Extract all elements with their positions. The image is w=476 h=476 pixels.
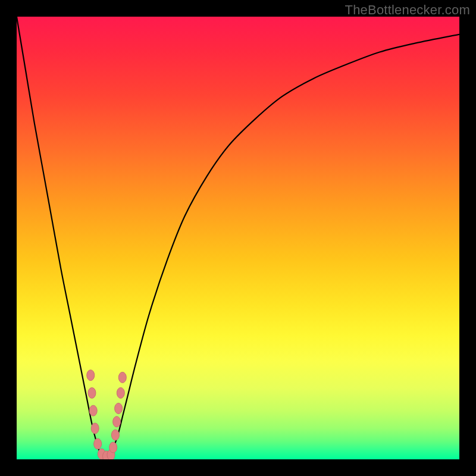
plot-area — [17, 17, 459, 459]
watermark-text: TheBottlenecker.com — [345, 2, 470, 18]
chart-svg — [17, 17, 459, 459]
marker-dot — [113, 416, 121, 427]
chart-frame: TheBottlenecker.com — [0, 0, 476, 476]
marker-dot — [109, 442, 117, 453]
marker-dot — [115, 403, 123, 414]
marker-dot — [117, 387, 124, 398]
bottleneck-curve — [17, 17, 459, 459]
marker-dot — [91, 423, 99, 434]
sample-markers — [87, 370, 127, 459]
marker-dot — [118, 372, 126, 383]
marker-dot — [88, 387, 96, 398]
marker-dot — [89, 405, 97, 416]
marker-dot — [94, 439, 102, 449]
marker-dot — [87, 370, 95, 381]
marker-dot — [111, 430, 119, 440]
